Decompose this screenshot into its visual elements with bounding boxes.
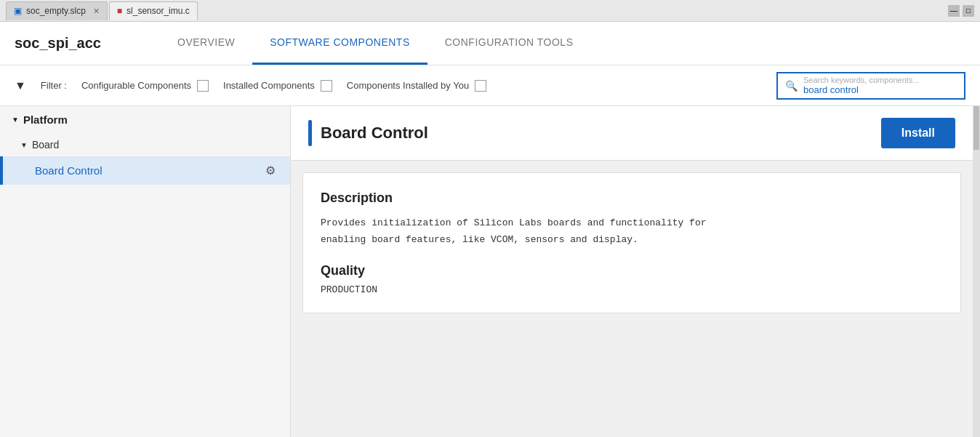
tab-sl-sensor-label: sl_sensor_imu.c [126,6,190,16]
installed-checkbox[interactable] [321,80,332,92]
nav-tab-software-components[interactable]: SOFTWARE COMPONENTS [252,22,427,65]
main-nav: soc_spi_acc OVERVIEW SOFTWARE COMPONENTS… [0,22,980,65]
maximize-button[interactable]: □ [963,5,974,17]
window-controls: — □ [948,5,974,17]
search-icon: 🔍 [785,80,798,92]
nav-tab-overview[interactable]: OVERVIEW [160,22,252,65]
filter-icon: ▼ [15,79,26,92]
platform-label: Platform [23,113,68,126]
filter-bar: ▼ Filter : Configurable Components Insta… [0,65,980,106]
search-placeholder: Search keywords, components... [803,76,957,84]
detail-title-group: Board Control [308,120,428,146]
platform-section: ▼ Platform ▼ Board Board Control ⚙ [0,106,290,185]
install-button[interactable]: Install [881,118,955,148]
board-label: Board [32,139,59,151]
sidebar-item-board-control[interactable]: Board Control ⚙ [0,156,290,185]
c-file-icon: ■ [117,6,122,16]
filter-by-you: Components Installed by You [347,80,486,92]
by-you-checkbox[interactable] [475,80,486,92]
quality-title: Quality [321,263,943,278]
tab-bar: ▣ soc_empty.slcp ✕ ■ sl_sensor_imu.c — □ [0,0,980,22]
scroll-track[interactable] [973,106,980,437]
app-title: soc_spi_acc [15,35,131,52]
detail-card: Description Provides initialization of S… [302,172,961,313]
by-you-label: Components Installed by You [347,80,469,91]
filter-label: Filter : [41,80,67,91]
detail-header: Board Control Install [291,106,973,161]
description-text: Provides initialization of Silicon Labs … [321,215,943,249]
minimize-button[interactable]: — [948,5,960,17]
board-control-label: Board Control [35,164,103,177]
configurable-components-label: Configurable Components [81,80,191,91]
search-value[interactable]: board control [803,84,957,95]
tab-sl-sensor[interactable]: ■ sl_sensor_imu.c [109,1,198,20]
installed-components-label: Installed Components [223,80,315,91]
detail-body: Description Provides initialization of S… [291,161,973,437]
filter-configurable: Configurable Components [81,80,209,92]
scroll-thumb[interactable] [973,106,979,150]
filter-installed: Installed Components [223,80,332,92]
slcp-icon: ▣ [14,6,22,16]
platform-triangle: ▼ [12,116,19,124]
gear-icon: ⚙ [265,164,276,177]
tab-soc-empty[interactable]: ▣ soc_empty.slcp ✕ [6,1,108,20]
board-triangle: ▼ [20,141,28,149]
tab-soc-empty-close[interactable]: ✕ [93,7,100,16]
description-title: Description [321,191,943,206]
quality-value: PRODUCTION [321,284,943,295]
platform-header[interactable]: ▼ Platform [0,106,290,133]
board-header[interactable]: ▼ Board [0,133,290,156]
detail-title-text: Board Control [321,124,428,143]
nav-tabs: OVERVIEW SOFTWARE COMPONENTS CONFIGURATI… [160,22,591,65]
configurable-checkbox[interactable] [197,80,209,92]
search-input-wrapper: Search keywords, components... board con… [803,76,957,95]
content-area: ▼ Platform ▼ Board Board Control ⚙ Board… [0,106,980,437]
detail-title-bar [308,120,312,146]
detail-panel: Board Control Install Description Provid… [291,106,973,437]
sidebar: ▼ Platform ▼ Board Board Control ⚙ [0,106,291,437]
nav-tab-configuration-tools[interactable]: CONFIGURATION TOOLS [427,22,591,65]
search-box[interactable]: 🔍 Search keywords, components... board c… [776,72,965,100]
tab-soc-empty-label: soc_empty.slcp [26,6,86,16]
